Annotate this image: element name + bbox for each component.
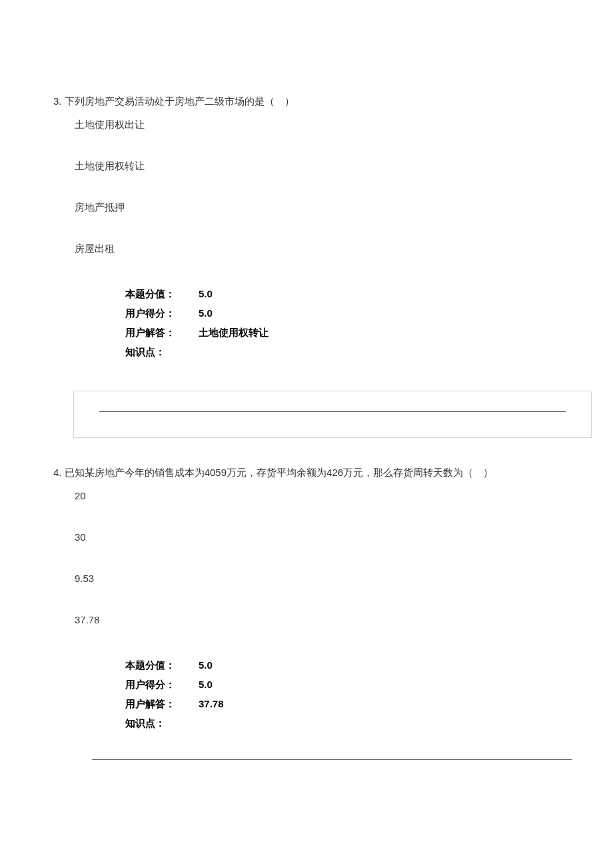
score-value: 5.0: [199, 288, 213, 301]
question-3-score-row: 本题分值： 5.0: [125, 288, 560, 301]
question-4-score-row: 本题分值： 5.0: [125, 659, 560, 672]
question-3-user-answer-row: 用户解答： 土地使用权转让: [125, 327, 560, 339]
question-3-option-a: 土地使用权出让: [75, 117, 560, 132]
user-answer-label: 用户解答：: [125, 327, 199, 339]
question-3-user-score-row: 用户得分： 5.0: [125, 307, 560, 320]
question-4-kp-row: 知识点：: [125, 717, 560, 730]
question-3-option-d: 房屋出租: [75, 241, 560, 256]
question-4-options: 20 30 9.53 37.78: [75, 489, 560, 627]
user-answer-value: 土地使用权转让: [199, 327, 269, 339]
question-4-info: 本题分值： 5.0 用户得分： 5.0 用户解答： 37.78 知识点：: [125, 659, 560, 730]
score-label: 本题分值：: [125, 659, 199, 672]
question-3-separator-box: [73, 391, 592, 438]
question-3-option-c: 房地产抵押: [75, 200, 560, 215]
question-4: 4. 已知某房地产今年的销售成本为4059万元，存货平均余额为426万元，那么存…: [53, 465, 560, 760]
question-4-option-b: 30: [75, 530, 560, 545]
question-4-user-answer-row: 用户解答： 37.78: [125, 698, 560, 711]
question-4-user-score-row: 用户得分： 5.0: [125, 679, 560, 691]
question-3-text: 下列房地产交易活动处于房地产二级市场的是（ ）: [65, 95, 295, 107]
user-score-value: 5.0: [199, 307, 213, 320]
user-answer-value: 37.78: [199, 698, 224, 711]
question-3-info: 本题分值： 5.0 用户得分： 5.0 用户解答： 土地使用权转让 知识点：: [125, 288, 560, 359]
score-value: 5.0: [199, 659, 213, 672]
question-4-text: 已知某房地产今年的销售成本为4059万元，存货平均余额为426万元，那么存货周转…: [65, 467, 493, 478]
user-score-value: 5.0: [199, 679, 213, 691]
question-4-option-d: 37.78: [75, 613, 560, 627]
question-3-number: 3.: [53, 93, 62, 109]
user-score-label: 用户得分：: [125, 307, 199, 320]
question-3-option-b: 土地使用权转让: [75, 159, 560, 173]
kp-label: 知识点：: [125, 346, 199, 359]
question-4-option-a: 20: [75, 489, 560, 503]
question-3: 3. 下列房地产交易活动处于房地产二级市场的是（ ） 土地使用权出让 土地使用权…: [53, 93, 560, 438]
user-answer-label: 用户解答：: [125, 698, 199, 711]
question-4-number: 4.: [53, 465, 62, 481]
question-3-header: 3. 下列房地产交易活动处于房地产二级市场的是（ ）: [53, 93, 560, 109]
separator-line: [99, 411, 566, 412]
score-label: 本题分值：: [125, 288, 199, 301]
user-score-label: 用户得分：: [125, 679, 199, 691]
question-4-header: 4. 已知某房地产今年的销售成本为4059万元，存货平均余额为426万元，那么存…: [53, 465, 560, 481]
question-4-option-c: 9.53: [75, 571, 560, 586]
kp-label: 知识点：: [125, 717, 199, 730]
question-4-separator-line: [92, 759, 572, 760]
question-3-kp-row: 知识点：: [125, 346, 560, 359]
page-content: 3. 下列房地产交易活动处于房地产二级市场的是（ ） 土地使用权出让 土地使用权…: [0, 0, 613, 760]
question-3-options: 土地使用权出让 土地使用权转让 房地产抵押 房屋出租: [75, 117, 560, 256]
